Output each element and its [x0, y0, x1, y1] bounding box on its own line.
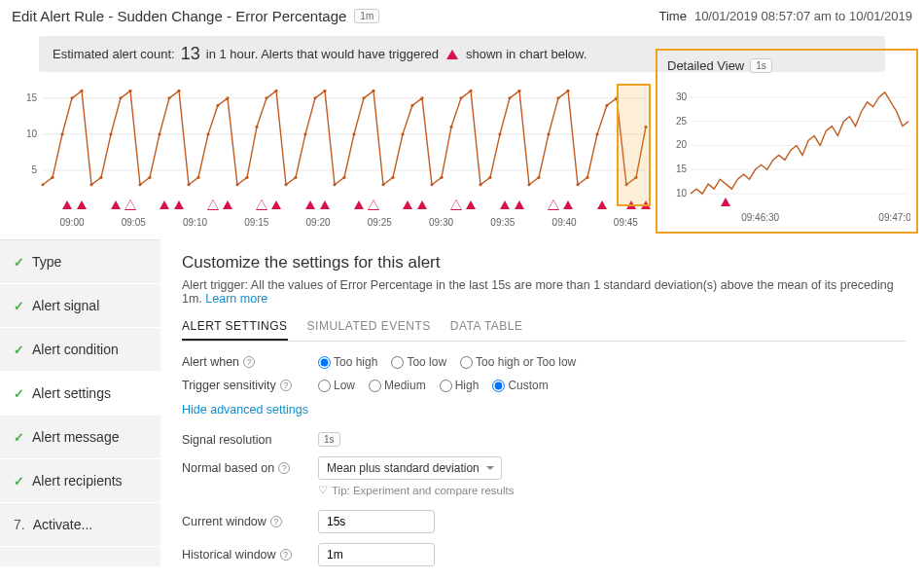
alert-marker: [403, 200, 412, 209]
sensitivity-low[interactable]: Low: [318, 379, 355, 392]
help-icon[interactable]: ?: [280, 549, 292, 561]
svg-point-48: [352, 132, 355, 135]
detailed-view-panel: Detailed View 1s 101520253009:46:3009:47…: [656, 49, 918, 234]
tip-text: Tip: Experiment and compare results: [332, 485, 515, 496]
svg-point-23: [109, 132, 112, 135]
main-chart[interactable]: 5101509:0009:0509:1009:1509:2009:2509:30…: [18, 78, 650, 234]
svg-point-25: [128, 90, 131, 92]
normal-based-on-select[interactable]: Mean plus standard deviation: [318, 456, 502, 480]
svg-point-58: [449, 126, 452, 128]
svg-text:09:45: 09:45: [614, 217, 638, 228]
svg-point-20: [80, 90, 83, 92]
settings-tabs: ALERT SETTINGSSIMULATED EVENTSDATA TABLE: [182, 315, 906, 342]
svg-point-50: [372, 90, 374, 92]
tab-alert-settings[interactable]: ALERT SETTINGS: [182, 315, 288, 341]
alert-when-label: Alert when: [182, 355, 239, 369]
svg-point-54: [410, 104, 413, 107]
svg-point-44: [313, 96, 316, 99]
detail-title: Detailed View: [667, 58, 744, 73]
alert-marker: [160, 200, 169, 209]
sensitivity-medium[interactable]: Medium: [369, 379, 426, 392]
alert-marker: [597, 200, 607, 209]
svg-text:09:25: 09:25: [368, 217, 392, 228]
current-window-label: Current window: [182, 515, 267, 528]
svg-text:09:35: 09:35: [490, 217, 515, 228]
alert-when-too-high-or-too-low[interactable]: Too high or Too low: [460, 355, 576, 369]
svg-point-57: [440, 176, 443, 179]
help-icon[interactable]: ?: [278, 462, 290, 474]
alert-marker: [305, 200, 315, 209]
svg-point-55: [420, 96, 423, 99]
alert-marker: [320, 200, 330, 209]
svg-point-45: [323, 90, 326, 92]
svg-point-71: [576, 183, 579, 186]
sensitivity-custom[interactable]: Custom: [492, 379, 548, 392]
learn-more-link[interactable]: Learn more: [205, 292, 267, 306]
svg-text:10: 10: [26, 128, 38, 139]
svg-point-33: [206, 132, 209, 135]
time-label: Time: [659, 9, 687, 23]
normal-based-on-label: Normal based on: [182, 461, 274, 475]
estimate-suffix: shown in chart below.: [466, 47, 586, 61]
check-icon: ✓: [14, 474, 24, 489]
sensitivity-high[interactable]: High: [440, 379, 480, 392]
tab-data-table[interactable]: DATA TABLE: [450, 315, 523, 341]
svg-text:09:00: 09:00: [59, 217, 84, 228]
estimate-prefix: Estimated alert count:: [53, 47, 175, 61]
svg-point-16: [41, 183, 44, 186]
sidebar-step-alert-message[interactable]: ✓Alert message: [0, 416, 160, 459]
hide-advanced-link[interactable]: Hide advanced settings: [182, 403, 308, 417]
svg-text:09:20: 09:20: [306, 217, 331, 228]
current-window-input[interactable]: [318, 510, 435, 533]
svg-point-47: [342, 176, 345, 179]
help-icon[interactable]: ?: [243, 356, 255, 368]
svg-text:09:47:00: 09:47:00: [878, 212, 910, 223]
alert-marker: [500, 200, 510, 209]
svg-point-34: [216, 104, 219, 107]
signal-resolution-value: 1s: [318, 432, 340, 447]
svg-point-39: [265, 96, 267, 99]
svg-point-60: [469, 90, 472, 92]
svg-point-32: [196, 176, 199, 179]
sidebar-step-alert-signal[interactable]: ✓Alert signal: [0, 284, 160, 328]
svg-point-38: [255, 126, 258, 128]
svg-point-68: [547, 132, 550, 135]
sidebar-step-alert-recipients[interactable]: ✓Alert recipients: [0, 459, 160, 503]
detail-pill: 1s: [750, 58, 772, 73]
svg-text:25: 25: [676, 116, 688, 127]
svg-text:5: 5: [31, 164, 37, 175]
svg-point-62: [488, 176, 491, 179]
svg-text:20: 20: [676, 139, 688, 150]
svg-point-37: [245, 176, 248, 179]
svg-point-26: [138, 183, 141, 186]
time-range[interactable]: Time 10/01/2019 08:57:07 am to 10/01/201…: [659, 9, 913, 23]
svg-point-51: [381, 183, 384, 186]
sidebar-step-alert-settings[interactable]: ✓Alert settings: [0, 372, 160, 416]
svg-point-52: [391, 176, 394, 179]
settings-heading: Customize the settings for this alert: [182, 253, 906, 272]
svg-point-53: [401, 132, 404, 135]
sidebar-step-type[interactable]: ✓Type: [0, 240, 160, 284]
svg-point-65: [517, 90, 520, 92]
alert-marker: [111, 200, 121, 209]
alert-marker: [721, 198, 730, 206]
svg-point-69: [556, 96, 559, 99]
svg-point-67: [537, 176, 540, 179]
check-icon: ✓: [14, 255, 24, 270]
svg-text:09:30: 09:30: [429, 217, 453, 228]
svg-point-27: [148, 176, 151, 179]
sidebar-step-activate-[interactable]: 7.Activate...: [0, 503, 160, 547]
help-icon[interactable]: ?: [270, 516, 282, 527]
alert-when-too-high[interactable]: Too high: [318, 355, 377, 369]
historical-window-input[interactable]: [318, 543, 435, 566]
help-icon[interactable]: ?: [280, 380, 292, 391]
tab-simulated-events[interactable]: SIMULATED EVENTS: [307, 315, 431, 341]
sidebar-step-alert-condition[interactable]: ✓Alert condition: [0, 328, 160, 372]
sensitivity-label: Trigger sensitivity: [182, 379, 276, 392]
svg-point-72: [586, 176, 588, 179]
svg-point-56: [430, 183, 433, 186]
check-icon: ✓: [14, 299, 24, 313]
svg-point-43: [303, 132, 306, 135]
alert-when-too-low[interactable]: Too low: [391, 355, 446, 369]
svg-point-18: [60, 132, 63, 135]
